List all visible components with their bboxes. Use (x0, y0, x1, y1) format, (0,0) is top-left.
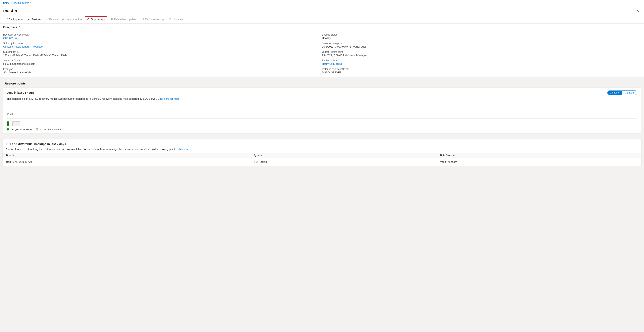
restore-secondary-button[interactable]: ↩ Restore to secondary region (44, 16, 84, 22)
field-label-subscription-id: Subscription ID (3, 51, 322, 53)
full-backups-title: Full and differential backups in last 7 … (6, 142, 66, 146)
field-value-latest-restore: 10/8/2021, 7:00:40 AM (3 hour(s) ago) (322, 45, 641, 48)
field-value-subscription-name[interactable]: Contoso Hotels Tenant - Production (3, 45, 322, 48)
field-label-subscription-name: Subscription name (3, 42, 322, 45)
table-row: 10/8/2021, 7:00:40 AM Full Backup Vault-… (2, 158, 642, 166)
log-bar-green-group (6, 121, 9, 126)
log-bar-green (6, 121, 9, 126)
legend-item-log: LOG (POINT IN TIME) (6, 128, 32, 131)
field-latest-restore: Latest restore point 10/8/2021, 7:00:40 … (322, 42, 641, 48)
table-header-actions (626, 154, 638, 157)
legend-dot-green (6, 128, 8, 130)
toggle-24h-button[interactable]: 24 hours (608, 91, 622, 95)
field-value-server-cluster: sql00.na.contosohotels.com (3, 62, 322, 65)
log-bar-gray-group (12, 121, 20, 126)
full-backups-header: Full and differential backups in last 7 … (2, 139, 642, 147)
toggle-72h-button[interactable]: 72 hours (622, 91, 637, 95)
field-value-subscription-id: 123abc-123abc-123abc-123abc-123abc-123ab… (3, 54, 322, 57)
table-cell-type: Full Backup (254, 159, 440, 164)
breadcrumb-sep2: > (30, 2, 31, 5)
undelete-button[interactable]: 🗑 Undelete (167, 16, 185, 22)
table-header-datastore: Data Store ⇅ (440, 154, 626, 157)
table-header-type: Type ⇅ (254, 154, 440, 157)
undelete-icon: 🗑 (169, 18, 172, 21)
resume-backup-icon: ↺ (142, 18, 144, 21)
field-label-backup-status: Backup Status (322, 33, 641, 36)
field-label-backup-policy: Backup policy (322, 59, 641, 62)
field-instance: Instance or AlwaysOn AG MSSQLSERVER (322, 68, 641, 74)
essentials-label: Essentials (3, 26, 17, 29)
restore-icon: ↩ (28, 18, 30, 21)
logs-message: This database is in SIMPLE recovery mode… (4, 96, 640, 103)
field-label-latest-restore: Latest restore point (322, 42, 641, 45)
restore-button[interactable]: ↩ Restore (26, 16, 43, 22)
logs-timeline (4, 119, 640, 127)
field-value-recovery-vault[interactable]: CH1-RV-Pri (3, 37, 322, 40)
toolbar: ↺ Backup now ↩ Restore ↩ Restore to seco… (0, 15, 644, 24)
table-header: Time ⇅ Type ⇅ Data Store ⇅ (2, 153, 642, 158)
page-header: master ··· ✕ (0, 6, 644, 15)
field-server-cluster: Server or Cluster sql00.na.contosohotels… (3, 59, 322, 65)
field-value-instance: MSSQLSERVER (322, 71, 641, 74)
page-title-row: master ··· (3, 8, 24, 13)
field-subscription-id: Subscription ID 123abc-123abc-123abc-123… (3, 51, 322, 57)
restore-points-label: Restore points (5, 82, 26, 85)
field-label-recovery-vault: Recovery services vault (3, 33, 322, 36)
logs-chart-area: 30 AM (4, 103, 640, 119)
logs-legend: LOG (POINT IN TIME) NO LOGS AVAILABLE (4, 127, 640, 133)
essentials-left: Recovery services vault CH1-RV-Pri Subsc… (3, 33, 322, 74)
legend-label-nologs: NO LOGS AVAILABLE (39, 128, 61, 131)
field-subscription-name: Subscription name Contoso Hotels Tenant … (3, 42, 322, 48)
legend-label-log: LOG (POINT IN TIME) (10, 128, 32, 131)
essentials-right: Backup Status Healthy Latest restore poi… (322, 33, 641, 74)
sort-icon-time[interactable]: ⇅ (12, 154, 14, 156)
log-timeline-separator (10, 120, 11, 126)
stop-backup-button[interactable]: ⊘ Stop backup (85, 16, 107, 22)
sort-icon-type[interactable]: ⇅ (260, 154, 262, 156)
table-header-time: Time ⇅ (6, 154, 254, 157)
field-backup-policy: Backup policy HourlyLogBackup (322, 59, 641, 65)
backup-now-icon: ↺ (6, 18, 8, 21)
breadcrumb: Home > Backup center > (0, 0, 644, 6)
full-backups-message: Archive feature to store long term reten… (2, 147, 642, 153)
breadcrumb-sep1: > (11, 2, 12, 5)
field-backup-status: Backup Status Healthy (322, 33, 641, 40)
breadcrumb-backup-center[interactable]: Backup center (13, 2, 29, 5)
field-oldest-restore: Oldest restore point 9/8/2021, 7:00:40 A… (322, 51, 641, 57)
field-recovery-vault: Recovery services vault CH1-RV-Pri (3, 33, 322, 40)
full-backups-click-here-link[interactable]: click here. (178, 148, 190, 151)
field-value-backup-status: Healthy (322, 37, 641, 40)
essentials-grid: Recovery services vault CH1-RV-Pri Subsc… (0, 31, 644, 77)
table-cell-datastore: Vault-Standard (440, 159, 626, 164)
row-more-button[interactable]: ··· (630, 159, 634, 164)
backups-table: Time ⇅ Type ⇅ Data Store ⇅ 10/8/2021, 7:… (2, 153, 642, 166)
resume-backup-button[interactable]: ↺ Resume backup (140, 16, 166, 22)
field-label-instance: Instance or AlwaysOn AG (322, 68, 641, 71)
restore-points-section: Restore points Logs in last 24 hours 24 … (0, 77, 644, 137)
logs-card: Logs in last 24 hours 24 hours 72 hours … (3, 87, 641, 134)
field-value-item-type: SQL Server in Azure VM (3, 71, 322, 74)
delete-backup-icon: 🗑 (110, 18, 113, 21)
logs-card-title: Logs in last 24 hours (6, 91, 34, 94)
chart-axis-label: 30 AM (6, 113, 13, 115)
essentials-section-header: Essentials ∧ (0, 24, 644, 31)
essentials-chevron[interactable]: ∧ (18, 26, 20, 29)
field-value-backup-policy[interactable]: HourlyLogBackup (322, 62, 641, 65)
restore-points-header: Restore points (2, 79, 642, 86)
field-label-item-type: Item type (3, 68, 322, 71)
field-value-oldest-restore: 9/8/2021, 7:00:40 AM (1 month(s) ago) (322, 54, 641, 57)
time-toggle: 24 hours 72 hours (607, 90, 638, 95)
breadcrumb-home[interactable]: Home (3, 2, 10, 5)
more-options-button[interactable]: ··· (19, 9, 24, 13)
restore-secondary-icon: ↩ (46, 18, 48, 21)
backup-now-button[interactable]: ↺ Backup now (3, 16, 25, 22)
sort-icon-datastore[interactable]: ⇅ (453, 154, 454, 156)
field-label-server-cluster: Server or Cluster (3, 59, 322, 62)
page-title: master (3, 8, 18, 13)
logs-click-here-link[interactable]: Click here for more (158, 97, 180, 100)
full-backups-section: Full and differential backups in last 7 … (2, 139, 642, 166)
full-backups-message-text: Archive feature to store long term reten… (6, 148, 177, 151)
close-button[interactable]: ✕ (634, 8, 641, 14)
delete-backup-data-button[interactable]: 🗑 Delete backup data (108, 16, 139, 22)
logs-message-text: This database is in SIMPLE recovery mode… (6, 97, 157, 100)
